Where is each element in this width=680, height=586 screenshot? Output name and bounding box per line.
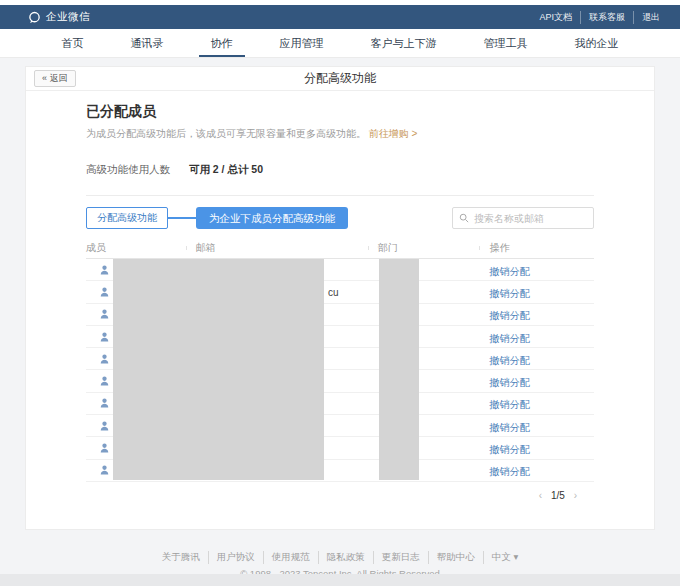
revoke-assignment-button[interactable]: 撤销分配 (489, 399, 529, 410)
topbar-links: API文档 联系客服 退出 (539, 11, 660, 24)
back-button[interactable]: « 返回 (34, 70, 76, 87)
language-selector[interactable]: 中文 ▾ (483, 551, 518, 564)
usage-stats: 高级功能使用人数 可用 2 / 总计 50 (86, 163, 594, 177)
page-title: 分配高级功能 (304, 70, 376, 87)
person-icon (100, 265, 109, 275)
footer-link-changelog[interactable]: 更新日志 (373, 551, 420, 564)
redacted-name-email-block (113, 259, 324, 480)
person-icon (100, 309, 109, 319)
revoke-assignment-button[interactable]: 撤销分配 (489, 466, 529, 477)
bottom-strip (0, 574, 680, 586)
footer-link-help-center[interactable]: 帮助中心 (428, 551, 475, 564)
footer-link-usage-rules[interactable]: 使用规范 (263, 551, 310, 564)
guide-tooltip: 为企业下成员分配高级功能 (196, 207, 348, 229)
members-table: 成员 邮箱 部门 操作 撤销分配 cu (86, 237, 594, 482)
footer-link-about[interactable]: 关于腾讯 (162, 551, 200, 564)
pagination-next-icon[interactable]: › (571, 490, 580, 501)
description-text: 为成员分配高级功能后，该成员可享无限容量和更多高级功能。 (86, 128, 366, 139)
revoke-assignment-button[interactable]: 撤销分配 (489, 266, 529, 277)
section-heading: 已分配成员 (86, 103, 594, 121)
column-header-email: 邮箱 (186, 241, 368, 255)
column-header-action: 操作 (479, 241, 594, 255)
revoke-assignment-button[interactable]: 撤销分配 (489, 310, 529, 321)
person-icon (100, 332, 109, 342)
pagination: ‹ 1/5 › (86, 490, 594, 501)
assign-advanced-feature-button[interactable]: 分配高级功能 (86, 207, 168, 229)
revoke-assignment-button[interactable]: 撤销分配 (489, 355, 529, 366)
nav-item-app-management[interactable]: 应用管理 (274, 29, 330, 57)
api-docs-link[interactable]: API文档 (539, 11, 572, 24)
search-icon (459, 213, 469, 223)
tooltip-connector-line (168, 217, 196, 219)
divider (86, 195, 594, 196)
footer-links: 关于腾讯 用户协议 使用规范 隐私政策 更新日志 帮助中心 中文 ▾ (162, 551, 518, 564)
revoke-assignment-button[interactable]: 撤销分配 (489, 333, 529, 344)
usage-label: 高级功能使用人数 (86, 163, 170, 175)
person-icon (100, 398, 109, 408)
footer-link-user-agreement[interactable]: 用户协议 (208, 551, 255, 564)
nav-item-customers[interactable]: 客户与上下游 (365, 29, 443, 57)
brand-logo[interactable]: 企业微信 (28, 10, 90, 24)
nav-item-home[interactable]: 首页 (56, 29, 90, 57)
brand-name: 企业微信 (46, 10, 90, 24)
section-description: 为成员分配高级功能后，该成员可享无限容量和更多高级功能。 前往增购 > (86, 127, 594, 141)
pagination-prev-icon[interactable]: ‹ (536, 490, 545, 501)
table-body: 撤销分配 cu 撤销分配 撤销分配 (86, 259, 594, 482)
toolbar: 分配高级功能 为企业下成员分配高级功能 (86, 207, 594, 229)
person-icon (100, 287, 109, 297)
search-box (452, 207, 594, 229)
logout-link[interactable]: 退出 (633, 11, 660, 24)
person-icon (100, 354, 109, 364)
revoke-assignment-button[interactable]: 撤销分配 (489, 377, 529, 388)
page-background: « 返回 分配高级功能 已分配成员 为成员分配高级功能后，该成员可享无限容量和更… (0, 58, 680, 586)
content-card: « 返回 分配高级功能 已分配成员 为成员分配高级功能后，该成员可享无限容量和更… (25, 66, 655, 530)
redacted-department-block (379, 259, 419, 480)
top-bar: 企业微信 API文档 联系客服 退出 (0, 5, 680, 29)
person-icon (100, 376, 109, 386)
nav-item-collaboration[interactable]: 协作 (205, 29, 239, 57)
search-input[interactable] (474, 213, 587, 224)
card-header: « 返回 分配高级功能 (26, 67, 654, 91)
nav-item-contacts[interactable]: 通讯录 (125, 29, 170, 57)
revoke-assignment-button[interactable]: 撤销分配 (489, 444, 529, 455)
purchase-more-link[interactable]: 前往增购 > (369, 128, 418, 139)
column-header-member: 成员 (86, 241, 186, 255)
person-icon (100, 465, 109, 475)
person-icon (100, 421, 109, 431)
column-header-department: 部门 (368, 241, 480, 255)
revoke-assignment-button[interactable]: 撤销分配 (489, 288, 529, 299)
nav-item-admin-tools[interactable]: 管理工具 (478, 29, 534, 57)
main-nav: 首页 通讯录 协作 应用管理 客户与上下游 管理工具 我的企业 (0, 29, 680, 58)
contact-support-link[interactable]: 联系客服 (580, 11, 625, 24)
email-tail-text: cu (328, 286, 339, 297)
pagination-current: 1/5 (551, 490, 565, 501)
nav-item-my-company[interactable]: 我的企业 (569, 29, 625, 57)
person-icon (100, 443, 109, 453)
table-header: 成员 邮箱 部门 操作 (86, 237, 594, 259)
revoke-assignment-button[interactable]: 撤销分配 (489, 422, 529, 433)
chat-bubble-icon (28, 11, 41, 24)
footer-link-privacy[interactable]: 隐私政策 (318, 551, 365, 564)
usage-value: 可用 2 / 总计 50 (189, 163, 263, 175)
card-body: 已分配成员 为成员分配高级功能后，该成员可享无限容量和更多高级功能。 前往增购 … (26, 91, 654, 501)
